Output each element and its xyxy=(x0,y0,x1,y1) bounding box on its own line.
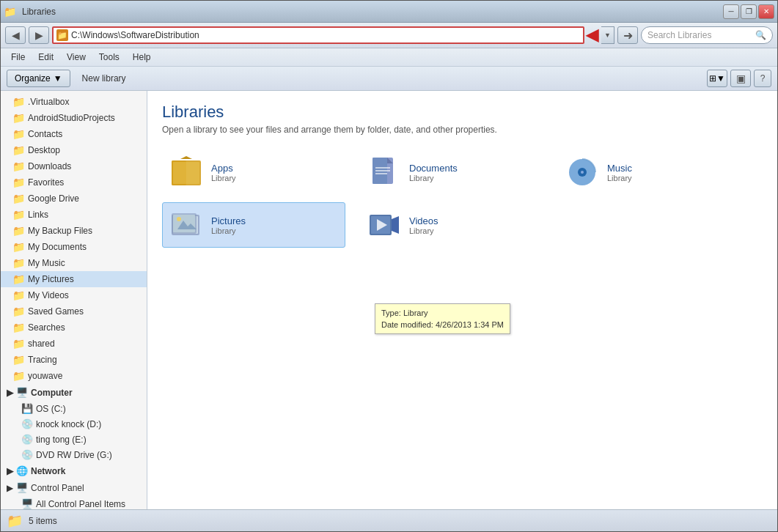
sidebar-item-label: Links xyxy=(28,210,48,220)
drive-icon: 💿 xyxy=(21,449,33,460)
sidebar-item-mymusic[interactable]: 📁 My Music xyxy=(1,255,147,271)
sidebar-item-youwave[interactable]: 📁 youwave xyxy=(1,368,147,384)
menu-edit[interactable]: Edit xyxy=(32,50,59,64)
folder-icon: 📁 xyxy=(12,225,25,237)
tooltip: Type: Library Date modified: 4/26/2013 1… xyxy=(375,303,510,334)
sidebar-item-label: My Videos xyxy=(28,290,69,300)
documents-library-info: Documents Library xyxy=(409,163,458,182)
folder-icon: 📁 xyxy=(12,370,25,382)
tooltip-date: Date modified: 4/26/2013 1:34 PM xyxy=(381,319,504,330)
preview-pane-button[interactable]: ▣ xyxy=(730,70,751,87)
organize-button[interactable]: Organize ▼ xyxy=(7,70,70,87)
status-icon: 📁 xyxy=(7,513,23,529)
sidebar-item-label: Favorites xyxy=(28,177,64,188)
sidebar-item-contacts[interactable]: 📁 Contacts xyxy=(1,126,147,142)
music-library-info: Music Library xyxy=(607,163,632,182)
sidebar-item-searches[interactable]: 📁 Searches xyxy=(1,319,147,336)
menu-help[interactable]: Help xyxy=(127,50,157,64)
close-button[interactable]: ✕ xyxy=(758,4,774,19)
sidebar-item-knockknock[interactable]: 💿 knock knock (D:) xyxy=(1,416,147,432)
folder-icon: 📁 xyxy=(12,209,25,221)
sidebar-item-myvideos[interactable]: 📁 My Videos xyxy=(1,287,147,303)
sidebar-item-mypictures[interactable]: 📁 My Pictures xyxy=(1,271,147,287)
title-bar: 📁 Libraries ─ ❐ ✕ xyxy=(1,1,777,23)
library-item-documents[interactable]: Documents Library xyxy=(360,149,543,195)
apps-library-icon xyxy=(169,155,204,190)
sidebar-item-osc[interactable]: 💾 OS (C:) xyxy=(1,401,147,416)
cp-arrow-icon: ▶ xyxy=(7,483,13,493)
apps-library-type: Library xyxy=(211,174,236,182)
sidebar-item-tingtong[interactable]: 💿 ting tong (E:) xyxy=(1,432,147,447)
folder-icon: 📁 xyxy=(12,144,25,156)
sidebar-item-label: My Documents xyxy=(28,242,87,252)
sidebar-item-label: My Music xyxy=(28,258,65,268)
computer-arrow-icon: ▶ xyxy=(7,388,13,398)
computer-section[interactable]: ▶ 🖥️ Computer xyxy=(1,384,147,401)
sidebar-item-label: DVD RW Drive (G:) xyxy=(36,450,112,460)
title-bar-left: 📁 Libraries xyxy=(4,6,56,18)
menu-tools[interactable]: Tools xyxy=(93,50,125,64)
page-title: Libraries xyxy=(162,103,763,122)
network-icon: 🌐 xyxy=(16,465,28,476)
sidebar-item-androidstudio[interactable]: 📁 AndroidStudioProjects xyxy=(1,110,147,126)
organize-dropdown-icon: ▼ xyxy=(54,73,62,84)
sidebar-item-shared[interactable]: 📁 shared xyxy=(1,336,147,352)
new-library-button[interactable]: New library xyxy=(76,70,132,86)
library-item-apps[interactable]: Apps Library xyxy=(162,149,345,195)
control-panel-section[interactable]: ▶ 🖥️ Control Panel xyxy=(1,479,147,496)
explorer-window: 📁 Libraries ─ ❐ ✕ ◀ ▶ C:\Windows\Softwar… xyxy=(0,0,778,532)
minimize-button[interactable]: ─ xyxy=(723,4,739,19)
videos-library-type: Library xyxy=(409,226,438,235)
sidebar-item-dvdrw[interactable]: 💿 DVD RW Drive (G:) xyxy=(1,447,147,462)
sidebar-item-desktop[interactable]: 📁 Desktop xyxy=(1,142,147,158)
drive-icon: 💿 xyxy=(21,418,33,429)
view-options-button[interactable]: ⊞▼ xyxy=(707,70,727,87)
folder-icon: 📁 xyxy=(12,96,25,108)
sidebar-item-label: .Virtualbox xyxy=(28,97,69,107)
address-dropdown[interactable]: ▼ xyxy=(601,26,614,44)
sidebar-item-mydocuments[interactable]: 📁 My Documents xyxy=(1,239,147,255)
sidebar-item-favorites[interactable]: 📁 Favorites xyxy=(1,174,147,191)
sidebar-item-links[interactable]: 📁 Links xyxy=(1,207,147,223)
content-subtitle: Open a library to see your files and arr… xyxy=(162,125,763,135)
sidebar-item-downloads[interactable]: 📁 Downloads xyxy=(1,158,147,174)
folder-icon: 📁 xyxy=(12,273,25,285)
sidebar-item-virtualbox[interactable]: 📁 .Virtualbox xyxy=(1,94,147,110)
menu-file[interactable]: File xyxy=(5,50,31,64)
folder-icon: 📁 xyxy=(12,289,25,301)
sidebar-item-tracing[interactable]: 📁 Tracing xyxy=(1,352,147,368)
restore-button[interactable]: ❐ xyxy=(741,4,757,19)
go-button[interactable]: ➜ xyxy=(617,26,638,44)
documents-library-type: Library xyxy=(409,174,458,182)
tooltip-type: Type: Library xyxy=(381,307,504,319)
library-item-videos[interactable]: Videos Library xyxy=(360,202,543,248)
sidebar-item-label: youwave xyxy=(28,371,62,381)
status-bar: 📁 5 items xyxy=(1,509,777,531)
menu-view[interactable]: View xyxy=(61,50,92,64)
folder-icon: 📁 xyxy=(12,193,25,204)
sidebar-item-label: Searches xyxy=(28,322,65,333)
help-button[interactable]: ? xyxy=(754,70,771,87)
sidebar-item-googledrive[interactable]: 📁 Google Drive xyxy=(1,191,147,207)
sidebar-item-label: Saved Games xyxy=(28,306,84,317)
control-panel-icon: 🖥️ xyxy=(16,482,28,493)
address-text: C:\Windows\SoftwareDistribution xyxy=(71,30,580,40)
control-panel-label: Control Panel xyxy=(31,483,84,493)
videos-library-name: Videos xyxy=(409,215,438,226)
red-arrow-indicator: ◀ xyxy=(586,26,598,45)
back-button[interactable]: ◀ xyxy=(5,26,26,44)
forward-button[interactable]: ▶ xyxy=(29,26,49,44)
sidebar-item-label: AndroidStudioProjects xyxy=(28,113,115,123)
svg-marker-20 xyxy=(392,216,399,234)
sidebar-item-label: Contacts xyxy=(28,129,62,139)
status-text: 5 items xyxy=(29,516,57,526)
sidebar-item-all-cp[interactable]: 🖥️ All Control Panel Items xyxy=(1,496,147,509)
content-area: Libraries Open a library to see your fil… xyxy=(147,91,777,509)
sidebar-item-savedgames[interactable]: 📁 Saved Games xyxy=(1,303,147,319)
library-item-music[interactable]: Music Library xyxy=(558,149,741,195)
library-item-pictures[interactable]: Pictures Library xyxy=(162,202,345,248)
address-icon xyxy=(56,29,68,41)
sidebar-item-mybackup[interactable]: 📁 My Backup Files xyxy=(1,223,147,239)
network-section[interactable]: ▶ 🌐 Network xyxy=(1,462,147,479)
search-box[interactable]: Search Libraries 🔍 xyxy=(641,26,773,44)
